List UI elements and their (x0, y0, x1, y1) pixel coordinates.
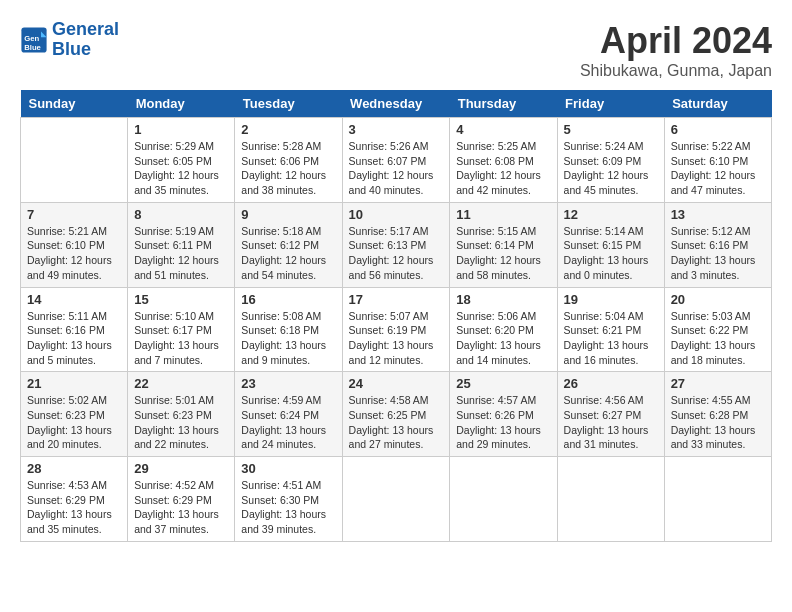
day-info: Sunrise: 5:01 AM Sunset: 6:23 PM Dayligh… (134, 393, 228, 452)
day-number: 23 (241, 376, 335, 391)
day-number: 18 (456, 292, 550, 307)
calendar-cell: 2Sunrise: 5:28 AM Sunset: 6:06 PM Daylig… (235, 118, 342, 203)
calendar-cell (664, 457, 771, 542)
title-area: April 2024 Shibukawa, Gunma, Japan (580, 20, 772, 80)
calendar-cell: 11Sunrise: 5:15 AM Sunset: 6:14 PM Dayli… (450, 202, 557, 287)
calendar-day-header: Saturday (664, 90, 771, 118)
calendar-cell: 23Sunrise: 4:59 AM Sunset: 6:24 PM Dayli… (235, 372, 342, 457)
day-info: Sunrise: 5:22 AM Sunset: 6:10 PM Dayligh… (671, 139, 765, 198)
svg-text:Gen: Gen (24, 34, 39, 43)
calendar-cell: 8Sunrise: 5:19 AM Sunset: 6:11 PM Daylig… (128, 202, 235, 287)
calendar-cell: 5Sunrise: 5:24 AM Sunset: 6:09 PM Daylig… (557, 118, 664, 203)
calendar-header-row: SundayMondayTuesdayWednesdayThursdayFrid… (21, 90, 772, 118)
day-number: 6 (671, 122, 765, 137)
day-number: 26 (564, 376, 658, 391)
day-info: Sunrise: 5:14 AM Sunset: 6:15 PM Dayligh… (564, 224, 658, 283)
day-number: 25 (456, 376, 550, 391)
day-info: Sunrise: 4:56 AM Sunset: 6:27 PM Dayligh… (564, 393, 658, 452)
logo: Gen Blue General Blue (20, 20, 119, 60)
day-number: 7 (27, 207, 121, 222)
day-info: Sunrise: 4:57 AM Sunset: 6:26 PM Dayligh… (456, 393, 550, 452)
calendar-cell: 14Sunrise: 5:11 AM Sunset: 6:16 PM Dayli… (21, 287, 128, 372)
day-info: Sunrise: 5:26 AM Sunset: 6:07 PM Dayligh… (349, 139, 444, 198)
day-info: Sunrise: 4:52 AM Sunset: 6:29 PM Dayligh… (134, 478, 228, 537)
calendar-cell: 19Sunrise: 5:04 AM Sunset: 6:21 PM Dayli… (557, 287, 664, 372)
day-info: Sunrise: 5:29 AM Sunset: 6:05 PM Dayligh… (134, 139, 228, 198)
day-info: Sunrise: 5:15 AM Sunset: 6:14 PM Dayligh… (456, 224, 550, 283)
calendar-cell: 3Sunrise: 5:26 AM Sunset: 6:07 PM Daylig… (342, 118, 450, 203)
location-subtitle: Shibukawa, Gunma, Japan (580, 62, 772, 80)
calendar-day-header: Wednesday (342, 90, 450, 118)
calendar-day-header: Sunday (21, 90, 128, 118)
day-info: Sunrise: 5:06 AM Sunset: 6:20 PM Dayligh… (456, 309, 550, 368)
day-info: Sunrise: 4:51 AM Sunset: 6:30 PM Dayligh… (241, 478, 335, 537)
calendar-cell: 10Sunrise: 5:17 AM Sunset: 6:13 PM Dayli… (342, 202, 450, 287)
day-info: Sunrise: 5:17 AM Sunset: 6:13 PM Dayligh… (349, 224, 444, 283)
calendar-cell: 20Sunrise: 5:03 AM Sunset: 6:22 PM Dayli… (664, 287, 771, 372)
calendar-cell: 12Sunrise: 5:14 AM Sunset: 6:15 PM Dayli… (557, 202, 664, 287)
day-number: 12 (564, 207, 658, 222)
day-info: Sunrise: 5:19 AM Sunset: 6:11 PM Dayligh… (134, 224, 228, 283)
calendar-cell: 15Sunrise: 5:10 AM Sunset: 6:17 PM Dayli… (128, 287, 235, 372)
day-info: Sunrise: 5:21 AM Sunset: 6:10 PM Dayligh… (27, 224, 121, 283)
day-number: 27 (671, 376, 765, 391)
calendar-cell: 17Sunrise: 5:07 AM Sunset: 6:19 PM Dayli… (342, 287, 450, 372)
day-info: Sunrise: 5:11 AM Sunset: 6:16 PM Dayligh… (27, 309, 121, 368)
calendar-week-row: 28Sunrise: 4:53 AM Sunset: 6:29 PM Dayli… (21, 457, 772, 542)
day-number: 15 (134, 292, 228, 307)
calendar-cell: 27Sunrise: 4:55 AM Sunset: 6:28 PM Dayli… (664, 372, 771, 457)
calendar-cell: 16Sunrise: 5:08 AM Sunset: 6:18 PM Dayli… (235, 287, 342, 372)
day-number: 5 (564, 122, 658, 137)
calendar-table: SundayMondayTuesdayWednesdayThursdayFrid… (20, 90, 772, 542)
day-info: Sunrise: 5:25 AM Sunset: 6:08 PM Dayligh… (456, 139, 550, 198)
day-number: 24 (349, 376, 444, 391)
day-info: Sunrise: 5:12 AM Sunset: 6:16 PM Dayligh… (671, 224, 765, 283)
day-info: Sunrise: 4:53 AM Sunset: 6:29 PM Dayligh… (27, 478, 121, 537)
calendar-week-row: 14Sunrise: 5:11 AM Sunset: 6:16 PM Dayli… (21, 287, 772, 372)
day-number: 1 (134, 122, 228, 137)
calendar-cell: 26Sunrise: 4:56 AM Sunset: 6:27 PM Dayli… (557, 372, 664, 457)
day-info: Sunrise: 4:58 AM Sunset: 6:25 PM Dayligh… (349, 393, 444, 452)
calendar-cell: 13Sunrise: 5:12 AM Sunset: 6:16 PM Dayli… (664, 202, 771, 287)
calendar-cell: 7Sunrise: 5:21 AM Sunset: 6:10 PM Daylig… (21, 202, 128, 287)
page-header: Gen Blue General Blue April 2024 Shibuka… (20, 20, 772, 80)
calendar-cell: 6Sunrise: 5:22 AM Sunset: 6:10 PM Daylig… (664, 118, 771, 203)
calendar-week-row: 7Sunrise: 5:21 AM Sunset: 6:10 PM Daylig… (21, 202, 772, 287)
calendar-day-header: Friday (557, 90, 664, 118)
calendar-cell: 29Sunrise: 4:52 AM Sunset: 6:29 PM Dayli… (128, 457, 235, 542)
day-number: 14 (27, 292, 121, 307)
calendar-cell (450, 457, 557, 542)
calendar-cell: 18Sunrise: 5:06 AM Sunset: 6:20 PM Dayli… (450, 287, 557, 372)
calendar-week-row: 1Sunrise: 5:29 AM Sunset: 6:05 PM Daylig… (21, 118, 772, 203)
day-number: 20 (671, 292, 765, 307)
day-number: 4 (456, 122, 550, 137)
day-info: Sunrise: 4:59 AM Sunset: 6:24 PM Dayligh… (241, 393, 335, 452)
calendar-cell: 1Sunrise: 5:29 AM Sunset: 6:05 PM Daylig… (128, 118, 235, 203)
day-number: 21 (27, 376, 121, 391)
day-number: 29 (134, 461, 228, 476)
calendar-cell: 24Sunrise: 4:58 AM Sunset: 6:25 PM Dayli… (342, 372, 450, 457)
day-number: 2 (241, 122, 335, 137)
calendar-cell: 21Sunrise: 5:02 AM Sunset: 6:23 PM Dayli… (21, 372, 128, 457)
logo-icon: Gen Blue (20, 26, 48, 54)
day-info: Sunrise: 5:04 AM Sunset: 6:21 PM Dayligh… (564, 309, 658, 368)
day-number: 13 (671, 207, 765, 222)
day-number: 22 (134, 376, 228, 391)
day-number: 19 (564, 292, 658, 307)
calendar-cell (21, 118, 128, 203)
calendar-cell: 22Sunrise: 5:01 AM Sunset: 6:23 PM Dayli… (128, 372, 235, 457)
calendar-cell (557, 457, 664, 542)
calendar-cell: 28Sunrise: 4:53 AM Sunset: 6:29 PM Dayli… (21, 457, 128, 542)
day-info: Sunrise: 5:24 AM Sunset: 6:09 PM Dayligh… (564, 139, 658, 198)
calendar-cell: 9Sunrise: 5:18 AM Sunset: 6:12 PM Daylig… (235, 202, 342, 287)
logo-text: General Blue (52, 20, 119, 60)
day-info: Sunrise: 5:07 AM Sunset: 6:19 PM Dayligh… (349, 309, 444, 368)
month-title: April 2024 (580, 20, 772, 62)
day-number: 3 (349, 122, 444, 137)
calendar-cell: 25Sunrise: 4:57 AM Sunset: 6:26 PM Dayli… (450, 372, 557, 457)
day-number: 17 (349, 292, 444, 307)
day-info: Sunrise: 5:10 AM Sunset: 6:17 PM Dayligh… (134, 309, 228, 368)
day-info: Sunrise: 4:55 AM Sunset: 6:28 PM Dayligh… (671, 393, 765, 452)
calendar-day-header: Monday (128, 90, 235, 118)
day-number: 9 (241, 207, 335, 222)
